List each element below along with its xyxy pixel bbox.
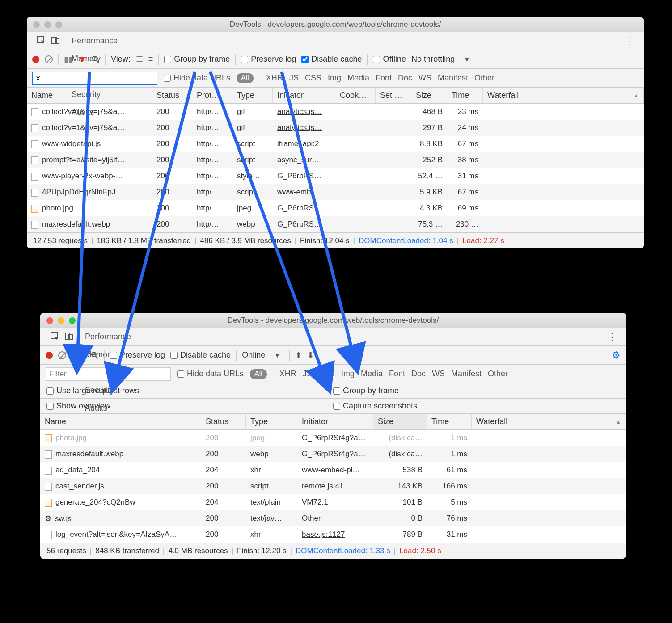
- col-time[interactable]: Time: [447, 88, 483, 103]
- throttling-select[interactable]: No throttling: [411, 55, 455, 64]
- inspect-icon[interactable]: [50, 332, 59, 342]
- col-waterfall[interactable]: Waterfall▲: [472, 414, 626, 429]
- record-button[interactable]: [32, 56, 39, 63]
- group-by-frame-checkbox[interactable]: Group by frame: [164, 55, 230, 64]
- table-row[interactable]: generate_204?cQ2nBw 204text/plain VM72:1…: [40, 494, 626, 510]
- col-waterfall[interactable]: Waterfall▲: [483, 88, 644, 103]
- filter-type-img[interactable]: Img: [341, 369, 355, 378]
- filter-type-other[interactable]: Other: [488, 369, 508, 378]
- table-row[interactable]: ad_data_204 204xhr www-embed-pl… 538 B61…: [40, 462, 626, 478]
- filter-type-css[interactable]: CSS: [318, 369, 335, 378]
- show-overview-checkbox[interactable]: Show overview: [46, 401, 110, 411]
- filter-input[interactable]: [32, 72, 157, 85]
- clear-icon[interactable]: [45, 55, 53, 63]
- titlebar[interactable]: DevTools - developers.google.com/web/too…: [27, 17, 644, 32]
- capture-screenshots-checkbox[interactable]: Capture screenshots: [333, 401, 417, 411]
- col-size[interactable]: Size: [373, 414, 427, 429]
- group-by-frame-checkbox[interactable]: Group by frame: [333, 386, 399, 396]
- maximize-icon[interactable]: [69, 317, 76, 324]
- hide-data-urls-checkbox[interactable]: Hide data URLs: [164, 73, 230, 83]
- download-icon[interactable]: ⬇: [307, 350, 314, 360]
- preserve-log-checkbox[interactable]: Preserve log: [241, 55, 296, 64]
- table-row[interactable]: 4PUpJpDdHqrNInFpJ… 200http/…script www-e…: [27, 184, 644, 200]
- close-icon[interactable]: [33, 21, 40, 28]
- table-row[interactable]: www-widgetapi.js 200http/…script iframe_…: [27, 136, 644, 152]
- clear-icon[interactable]: [58, 351, 66, 359]
- filter-type-other[interactable]: Other: [474, 73, 494, 82]
- col-time[interactable]: Time: [427, 414, 472, 429]
- settings-icon[interactable]: ⚙: [612, 349, 621, 361]
- table-row[interactable]: maxresdefault.webp 200http/…webp G_P6rpR…: [27, 216, 644, 232]
- close-icon[interactable]: [46, 317, 53, 324]
- table-row[interactable]: www-player-2x-webp-… 200http/…style… G_P…: [27, 168, 644, 184]
- table-row[interactable]: photo.jpg 200http/…jpeg G_P6rpRS… 4.3 KB…: [27, 200, 644, 216]
- filter-all[interactable]: All: [237, 73, 254, 83]
- table-row[interactable]: cast_sender.js 200script remote.js:41 14…: [40, 478, 626, 494]
- device-icon[interactable]: [51, 36, 60, 46]
- overview-icon[interactable]: ≡: [148, 55, 153, 64]
- filter-type-doc[interactable]: Doc: [411, 369, 426, 378]
- filter-type-media[interactable]: Media: [361, 369, 383, 378]
- filter-type-xhr[interactable]: XHR: [279, 369, 296, 378]
- dropdown-icon[interactable]: ▼: [270, 352, 284, 359]
- filter-type-ws[interactable]: WS: [418, 73, 431, 82]
- record-button[interactable]: [46, 352, 53, 359]
- tab-performance[interactable]: Performance: [79, 328, 137, 346]
- upload-icon[interactable]: ⬆: [295, 350, 302, 360]
- table-row[interactable]: log_event?alt=json&key=AIzaSyA… 200xhr b…: [40, 526, 626, 543]
- col-initiator[interactable]: Initiator: [273, 88, 335, 103]
- disable-cache-checkbox[interactable]: Disable cache: [170, 350, 231, 360]
- filter-type-xhr[interactable]: XHR: [266, 73, 283, 82]
- tab-performance[interactable]: Performance: [65, 32, 124, 50]
- minimize-icon[interactable]: [58, 317, 64, 324]
- table-row[interactable]: prompt?t=a&site=ylj5if… 200http/…script …: [27, 152, 644, 168]
- col-name[interactable]: Name: [40, 414, 201, 429]
- col-initiator[interactable]: Initiator: [297, 414, 373, 429]
- filter-icon[interactable]: [77, 351, 85, 359]
- filter-type-media[interactable]: Media: [347, 73, 369, 82]
- online-select[interactable]: Online: [242, 350, 265, 360]
- table-row[interactable]: ⚙sw.js 200text/jav… Other 0 B76 ms: [40, 510, 626, 526]
- table-row[interactable]: collect?v=1&_v=j75&a… 200http/…gif analy…: [27, 104, 644, 120]
- col-protocol[interactable]: Prot…: [192, 88, 232, 103]
- filter-input[interactable]: [46, 367, 171, 381]
- table-row[interactable]: photo.jpg 200jpeg G_P6rpRSr4g?a… (disk c…: [40, 430, 626, 446]
- preserve-log-checkbox[interactable]: Preserve log: [110, 350, 165, 360]
- disable-cache-checkbox[interactable]: Disable cache: [301, 55, 362, 64]
- maximize-icon[interactable]: [55, 21, 62, 28]
- filter-all[interactable]: All: [250, 369, 267, 379]
- kebab-menu[interactable]: ⋮: [603, 331, 621, 343]
- offline-checkbox[interactable]: Offline: [373, 55, 406, 64]
- search-icon[interactable]: [92, 55, 100, 63]
- table-row[interactable]: collect?v=1&_v=j75&a… 200http/…gif analy…: [27, 120, 644, 136]
- filter-type-css[interactable]: CSS: [305, 73, 321, 82]
- col-type[interactable]: Type: [232, 88, 273, 103]
- col-name[interactable]: Name: [27, 88, 152, 103]
- filter-type-js[interactable]: JS: [303, 369, 312, 378]
- filter-type-js[interactable]: JS: [289, 73, 299, 82]
- col-status[interactable]: Status: [152, 88, 192, 103]
- large-rows-checkbox[interactable]: Use large request rows: [46, 386, 139, 396]
- filter-type-manifest[interactable]: Manifest: [451, 369, 482, 378]
- filter-type-ws[interactable]: WS: [432, 369, 445, 378]
- camera-icon[interactable]: ▮▮: [64, 55, 73, 64]
- filter-type-doc[interactable]: Doc: [398, 73, 412, 82]
- search-icon[interactable]: [91, 351, 99, 359]
- col-cookies[interactable]: Cook…: [335, 88, 376, 103]
- filter-type-font[interactable]: Font: [376, 73, 392, 82]
- filter-type-img[interactable]: Img: [328, 73, 341, 82]
- table-row[interactable]: maxresdefault.webp 200webp G_P6rpRSr4g?a…: [40, 446, 626, 462]
- hide-data-urls-checkbox[interactable]: Hide data URLs: [177, 369, 244, 379]
- kebab-menu[interactable]: ⋮: [621, 35, 639, 47]
- filter-icon[interactable]: [78, 55, 86, 63]
- titlebar[interactable]: DevTools - developers.google.com/web/too…: [40, 313, 626, 328]
- filter-type-manifest[interactable]: Manifest: [438, 73, 468, 82]
- col-set-cookies[interactable]: Set …: [376, 88, 411, 103]
- col-size[interactable]: Size: [411, 88, 447, 103]
- filter-type-font[interactable]: Font: [389, 369, 405, 378]
- large-rows-icon[interactable]: ☰: [136, 55, 143, 64]
- col-status[interactable]: Status: [201, 414, 246, 429]
- inspect-icon[interactable]: [37, 36, 46, 46]
- col-type[interactable]: Type: [246, 414, 297, 429]
- dropdown-icon[interactable]: ▼: [460, 56, 473, 63]
